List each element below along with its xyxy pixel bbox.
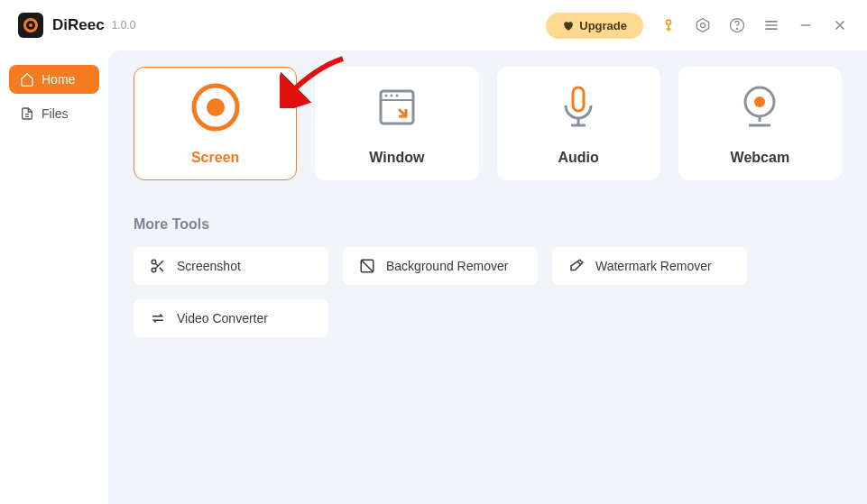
- webcam-icon: [734, 81, 785, 133]
- tool-screenshot[interactable]: Screenshot: [134, 247, 328, 285]
- card-label: Window: [369, 150, 424, 166]
- more-tools: Screenshot Background Remover Watermark …: [134, 247, 842, 337]
- tool-label: Screenshot: [177, 259, 241, 273]
- card-label: Audio: [558, 150, 598, 166]
- minimize-icon[interactable]: [797, 16, 815, 34]
- more-tools-title: More Tools: [134, 216, 842, 233]
- sidebar: Home Files: [0, 50, 108, 504]
- tool-background-remover[interactable]: Background Remover: [343, 247, 538, 285]
- scissors-icon: [150, 258, 166, 274]
- sidebar-item-files[interactable]: Files: [9, 99, 99, 128]
- app-version: 1.0.0: [112, 19, 136, 32]
- mode-cards: Screen Window Audio Webcam: [134, 67, 842, 180]
- card-window[interactable]: Window: [315, 67, 478, 180]
- no-image-icon: [359, 258, 375, 274]
- tool-label: Video Converter: [177, 311, 268, 325]
- sidebar-item-label: Files: [42, 106, 69, 121]
- content: Screen Window Audio Webcam Mor: [108, 50, 867, 504]
- svg-marker-1: [696, 19, 708, 32]
- microphone-icon: [553, 81, 604, 133]
- svg-point-15: [152, 268, 156, 272]
- tool-watermark-remover[interactable]: Watermark Remover: [552, 247, 747, 285]
- svg-point-0: [667, 20, 671, 24]
- home-icon: [20, 72, 34, 87]
- upgrade-button[interactable]: Upgrade: [546, 13, 643, 39]
- settings-icon[interactable]: [694, 16, 712, 34]
- files-icon: [20, 106, 34, 121]
- app-name: DiReec: [52, 16, 105, 34]
- close-icon[interactable]: [831, 16, 849, 34]
- tool-label: Watermark Remover: [595, 259, 712, 273]
- svg-point-9: [390, 95, 392, 97]
- main: Home Files Screen Window: [0, 50, 867, 504]
- heart-icon: [562, 20, 574, 32]
- card-label: Screen: [191, 150, 239, 166]
- help-icon[interactable]: [728, 16, 746, 34]
- menu-icon[interactable]: [762, 16, 780, 34]
- card-webcam[interactable]: Webcam: [678, 67, 842, 180]
- svg-point-8: [384, 95, 387, 97]
- svg-point-10: [395, 95, 398, 97]
- key-icon[interactable]: [659, 16, 678, 34]
- upgrade-label: Upgrade: [579, 19, 627, 32]
- svg-point-14: [152, 260, 156, 264]
- sidebar-item-label: Home: [42, 72, 75, 87]
- sidebar-item-home[interactable]: Home: [9, 65, 99, 94]
- card-label: Webcam: [731, 150, 790, 166]
- tool-label: Background Remover: [386, 259, 508, 273]
- eraser-icon: [568, 258, 585, 274]
- titlebar: DiReec 1.0.0 Upgrade: [0, 0, 867, 50]
- svg-point-2: [701, 23, 706, 28]
- svg-point-13: [754, 96, 765, 107]
- convert-icon: [150, 310, 166, 326]
- tool-video-converter[interactable]: Video Converter: [134, 299, 328, 337]
- svg-point-4: [737, 28, 738, 29]
- svg-point-6: [207, 98, 225, 116]
- card-audio[interactable]: Audio: [497, 67, 660, 180]
- screen-record-icon: [190, 81, 241, 133]
- card-screen[interactable]: Screen: [134, 67, 297, 180]
- window-icon: [372, 81, 422, 133]
- svg-rect-11: [573, 87, 584, 111]
- app-logo: [18, 13, 43, 38]
